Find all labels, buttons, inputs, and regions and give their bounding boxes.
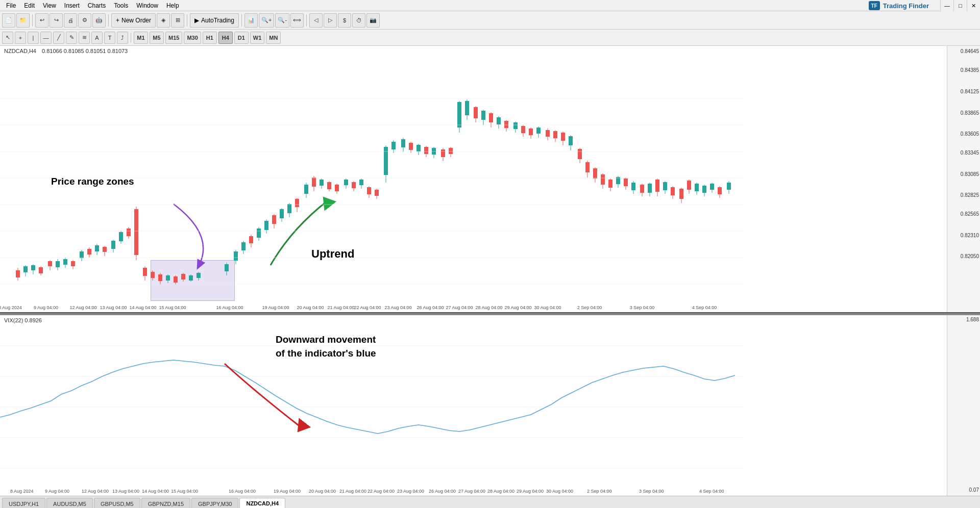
svg-rect-12	[48, 261, 52, 266]
text-button[interactable]: A	[91, 32, 103, 44]
tf-mn[interactable]: MN	[266, 32, 281, 44]
tf-m1[interactable]: M1	[134, 32, 148, 44]
svg-rect-116	[481, 111, 485, 120]
svg-rect-78	[327, 182, 331, 189]
tab-usdjpy[interactable]: USDJPY,H1	[2, 498, 45, 508]
tf-m5[interactable]: M5	[150, 32, 164, 44]
tab-gbpnzd[interactable]: GBPNZD,M15	[141, 498, 190, 508]
price-label-11: 0.82050	[961, 253, 979, 259]
vertical-line-button[interactable]: |	[28, 32, 39, 44]
svg-rect-106	[441, 149, 445, 157]
svg-rect-124	[513, 122, 518, 129]
cursor-button[interactable]: ↖	[2, 32, 13, 44]
new-order-button[interactable]: + New Order	[111, 13, 156, 28]
chart-scroll-button[interactable]: ⟺	[290, 13, 304, 28]
chart-container: NZDCAD,H4 0.81066 0.81085 0.81051 0.8107…	[0, 46, 980, 508]
tf-m30[interactable]: M30	[184, 32, 201, 44]
autotrading-label: AutoTrading	[201, 17, 234, 24]
clock-button[interactable]: ⏱	[352, 13, 365, 28]
price-label-8: 0.82825	[961, 192, 979, 198]
chart-symbol-info: NZDCAD,H4 0.81066 0.81085 0.81051 0.8107…	[4, 48, 128, 54]
expert-advisors-button[interactable]: 🤖	[92, 13, 106, 28]
new-chart-button[interactable]: 📄	[2, 13, 15, 28]
svg-rect-60	[257, 228, 261, 238]
svg-rect-156	[640, 185, 644, 193]
svg-rect-84	[352, 182, 356, 188]
svg-rect-22	[87, 249, 91, 255]
svg-text:30 Aug 04:00: 30 Aug 04:00	[546, 489, 573, 494]
autotrading-button[interactable]: ▶ AutoTrading	[190, 13, 239, 28]
undo-button[interactable]: ↩	[35, 13, 48, 28]
redo-button[interactable]: ↪	[50, 13, 63, 28]
main-chart-panel[interactable]: NZDCAD,H4 0.81066 0.81085 0.81051 0.8107…	[0, 46, 980, 313]
svg-text:12 Aug 04:00: 12 Aug 04:00	[82, 489, 109, 494]
time-label-7: 16 Aug 04:00	[216, 305, 243, 310]
menu-file[interactable]: File	[2, 1, 20, 10]
svg-text:22 Aug 04:00: 22 Aug 04:00	[368, 489, 395, 494]
open-button[interactable]: 📁	[16, 13, 30, 28]
text-label-button[interactable]: T	[104, 32, 115, 44]
market-watch-button[interactable]: ◈	[157, 13, 170, 28]
minimize-button[interactable]: —	[940, 0, 953, 11]
zoom-in-button[interactable]: 🔍+	[259, 13, 274, 28]
trend-line-button[interactable]: ╱	[53, 32, 64, 44]
price-label-9: 0.82565	[961, 211, 979, 216]
zoom-out-button[interactable]: 🔍-	[275, 13, 289, 28]
price-range-zone	[151, 260, 235, 301]
tf-h1[interactable]: H1	[203, 32, 217, 44]
close-button[interactable]: ✕	[967, 0, 980, 11]
svg-rect-162	[663, 182, 667, 190]
tab-gbpusd[interactable]: GBPUSD,M5	[94, 498, 140, 508]
tf-h4[interactable]: H4	[218, 32, 233, 44]
screenshot-button[interactable]: 📷	[366, 13, 380, 28]
menubar: File Edit View Insert Charts Tools Windo…	[0, 0, 980, 11]
time-label-4: 13 Aug 04:00	[100, 305, 127, 310]
tf-m15[interactable]: M15	[165, 32, 182, 44]
svg-rect-96	[401, 139, 405, 147]
tab-nzdcad[interactable]: NZDCAD,H4	[239, 498, 285, 508]
chart-ohlc: 0.81066 0.81085 0.81051 0.81073	[42, 48, 128, 54]
time-label-13: 26 Aug 04:00	[416, 305, 444, 310]
svg-rect-76	[320, 180, 324, 186]
menu-window[interactable]: Window	[132, 1, 162, 10]
menu-edit[interactable]: Edit	[20, 1, 39, 10]
menu-insert[interactable]: Insert	[60, 1, 84, 10]
print-button[interactable]: 🖨	[64, 13, 77, 28]
back-button[interactable]: ◁	[309, 13, 323, 28]
arrow-tools-button[interactable]: ⤴	[117, 32, 128, 44]
svg-rect-6	[23, 266, 28, 272]
indicator-chart-panel[interactable]: VIX(22) 0.8926 Downward movementof the i…	[0, 315, 980, 508]
indicators-button[interactable]: 📊	[244, 13, 258, 28]
svg-rect-160	[655, 180, 659, 192]
tf-d1[interactable]: D1	[234, 32, 249, 44]
svg-rect-86	[359, 180, 363, 185]
tab-gbpjpy[interactable]: GBPJPY,M30	[191, 498, 238, 508]
svg-rect-178	[727, 183, 731, 190]
svg-rect-136	[561, 133, 565, 141]
svg-rect-142	[585, 162, 590, 172]
menu-tools[interactable]: Tools	[110, 1, 132, 10]
logo: TF Trading Finder	[869, 0, 929, 11]
svg-text:29 Aug 04:00: 29 Aug 04:00	[517, 489, 544, 494]
svg-rect-112	[465, 101, 469, 115]
crosshair-button[interactable]: +	[15, 32, 26, 44]
tf-w1[interactable]: W1	[250, 32, 265, 44]
tab-audusd[interactable]: AUDUSD,M5	[46, 498, 93, 508]
time-label-3: 12 Aug 04:00	[69, 305, 96, 310]
menu-help[interactable]: Help	[162, 1, 183, 10]
menu-view[interactable]: View	[39, 1, 60, 10]
fibonacci-button[interactable]: ≋	[79, 32, 90, 44]
forward-button[interactable]: ▷	[324, 13, 337, 28]
svg-text:26 Aug 04:00: 26 Aug 04:00	[429, 489, 456, 494]
time-label-9: 20 Aug 04:00	[297, 305, 324, 310]
time-label-14: 27 Aug 04:00	[446, 305, 473, 310]
properties-button[interactable]: ⚙	[78, 13, 91, 28]
currency-button[interactable]: $	[338, 13, 351, 28]
draw-tools-button[interactable]: ✎	[66, 32, 77, 44]
menu-charts[interactable]: Charts	[84, 1, 110, 10]
svg-rect-32	[127, 228, 131, 236]
svg-text:9 Aug 04:00: 9 Aug 04:00	[45, 489, 69, 494]
horizontal-line-button[interactable]: —	[40, 32, 52, 44]
data-window-button[interactable]: ⊞	[171, 13, 184, 28]
maximize-button[interactable]: □	[953, 0, 967, 11]
